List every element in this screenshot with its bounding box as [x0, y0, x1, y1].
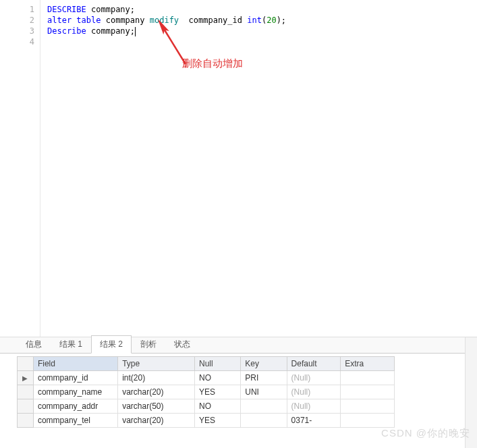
row-marker [18, 385, 34, 399]
scrollbar-track[interactable] [465, 337, 477, 448]
cell[interactable]: (Null) [287, 385, 341, 399]
col-header-default[interactable]: Default [287, 357, 341, 371]
tab-4[interactable]: 状态 [165, 335, 199, 353]
cell[interactable]: varchar(50) [118, 399, 195, 414]
cell[interactable] [241, 414, 287, 428]
annotation-text: 删除自动增加 [182, 57, 243, 70]
sql-editor[interactable]: 1234 DESCRIBE commpany;alter table commp… [0, 0, 477, 337]
col-header-null[interactable]: Null [194, 357, 240, 371]
tab-3[interactable]: 剖析 [132, 335, 165, 353]
cell[interactable]: 0371- [287, 414, 341, 428]
line-number: 2 [0, 15, 34, 26]
result-grid-container: FieldTypeNullKeyDefaultExtra ▶commpany_i… [0, 354, 477, 428]
cell[interactable]: varchar(20) [118, 414, 195, 428]
grid-header-row: FieldTypeNullKeyDefaultExtra [18, 357, 395, 371]
cell[interactable]: YES [194, 414, 240, 428]
cell[interactable]: NO [194, 371, 240, 385]
cell[interactable]: commpany_name [33, 385, 117, 399]
cell[interactable]: PRI [241, 371, 287, 385]
table-row[interactable]: commpany_addrvarchar(50)NO(Null) [18, 399, 395, 414]
tab-1[interactable]: 结果 1 [51, 335, 91, 353]
table-row[interactable]: commpany_telvarchar(20)YES0371- [18, 414, 395, 428]
row-marker [18, 399, 34, 414]
code-line[interactable]: alter table commpany modify commpany_id … [47, 15, 286, 26]
cell[interactable] [241, 399, 287, 414]
text-cursor [135, 27, 136, 36]
code-content[interactable]: DESCRIBE commpany;alter table commpany m… [47, 4, 286, 47]
watermark: CSDN @你的晚安 [381, 427, 470, 440]
cell[interactable]: UNI [241, 385, 287, 399]
cell[interactable]: commpany_id [33, 371, 117, 385]
col-header-type[interactable]: Type [118, 357, 195, 371]
cell[interactable]: commpany_addr [33, 399, 117, 414]
line-gutter: 1234 [0, 0, 40, 337]
cell[interactable]: commpany_tel [33, 414, 117, 428]
result-grid[interactable]: FieldTypeNullKeyDefaultExtra ▶commpany_i… [17, 356, 395, 428]
code-line[interactable] [47, 36, 286, 47]
code-line[interactable]: Describe commpany; [47, 26, 286, 36]
col-header-extra[interactable]: Extra [341, 357, 395, 371]
table-row[interactable]: commpany_namevarchar(20)YESUNI(Null) [18, 385, 395, 399]
cell[interactable] [341, 371, 395, 385]
line-number: 4 [0, 36, 34, 47]
row-marker: ▶ [18, 371, 34, 385]
cell[interactable] [341, 414, 395, 428]
code-line[interactable]: DESCRIBE commpany; [47, 4, 286, 15]
cell[interactable]: (Null) [287, 371, 341, 385]
cell[interactable]: YES [194, 385, 240, 399]
result-tabs: 信息结果 1结果 2剖析状态 [0, 337, 477, 354]
cell[interactable] [341, 385, 395, 399]
cell[interactable]: varchar(20) [118, 385, 195, 399]
cell[interactable]: (Null) [287, 399, 341, 414]
cell[interactable]: int(20) [118, 371, 195, 385]
row-marker [18, 414, 34, 428]
col-header-field[interactable]: Field [33, 357, 117, 371]
table-row[interactable]: ▶commpany_idint(20)NOPRI(Null) [18, 371, 395, 385]
tab-2[interactable]: 结果 2 [91, 335, 132, 354]
grid-body: ▶commpany_idint(20)NOPRI(Null)commpany_n… [18, 371, 395, 428]
line-number: 1 [0, 4, 34, 15]
cell[interactable]: NO [194, 399, 240, 414]
row-marker-header [18, 357, 34, 371]
cell[interactable] [341, 399, 395, 414]
tab-0[interactable]: 信息 [17, 335, 51, 353]
line-number: 3 [0, 26, 34, 36]
col-header-key[interactable]: Key [241, 357, 287, 371]
